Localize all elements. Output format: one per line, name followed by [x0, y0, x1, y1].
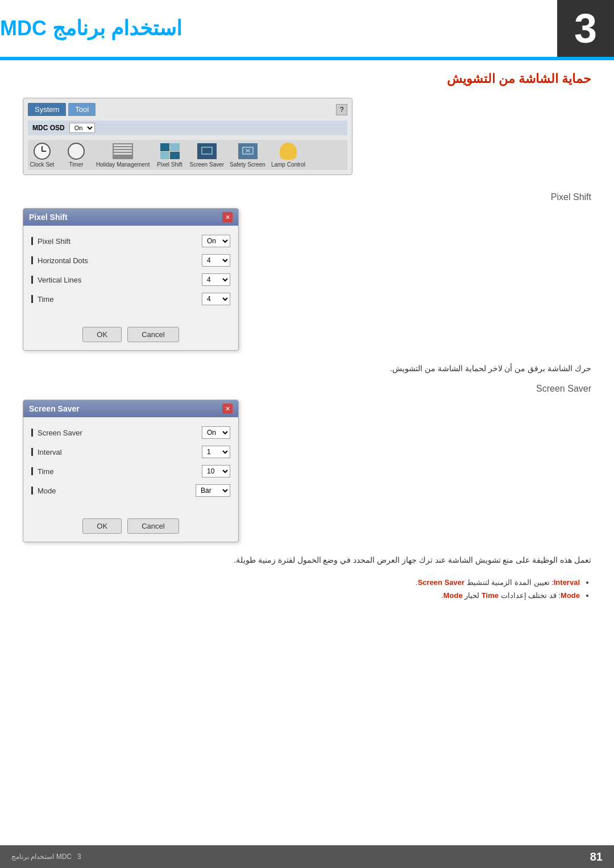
screen-saver-control-3: BarScrollFade	[196, 484, 230, 497]
toolbar-tabs: System Tool ?	[28, 103, 347, 116]
pixel-shift-dialog-wrapper: Pixel Shift ✕ Pixel Shift OnOff	[23, 208, 591, 351]
pixel-shift-ok-button[interactable]: OK	[82, 327, 122, 342]
pixel-shift-row-3: Time 4123	[31, 293, 230, 305]
field-bar-1	[31, 256, 33, 264]
screen-saver-row-2: Time 1051520	[31, 465, 230, 477]
screen-saver-field-label-1: Interval	[31, 448, 62, 456]
screen-saver-field-label-0: Screen Saver	[31, 429, 82, 437]
screen-saver-cancel-button[interactable]: Cancel	[127, 518, 179, 534]
toolbar-icon-safety-screen[interactable]: Safety Screen	[230, 142, 265, 168]
pixel-shift-select-2[interactable]: 4123	[202, 273, 230, 286]
pixel-shift-field-label-3: Time	[31, 295, 53, 304]
ss-field-bar-0	[31, 429, 33, 437]
clock-icon	[34, 143, 51, 160]
timer-icon	[68, 143, 85, 160]
footer-right: 81	[590, 850, 603, 863]
clock-set-label: Clock Set	[30, 161, 55, 168]
pixel-shift-close-button[interactable]: ✕	[222, 212, 233, 222]
screen-saver-field-label-3: Mode	[31, 487, 56, 495]
screen-saver-select-1[interactable]: 123	[202, 446, 230, 458]
toolbar-icon-timer[interactable]: Timer	[62, 142, 90, 168]
toolbar-container: System Tool ? MDC OSD On Off Clock Set	[23, 98, 352, 175]
pixel-shift-select-0[interactable]: OnOff	[202, 235, 230, 247]
page-number: 81	[590, 850, 603, 863]
pixel-shift-control-2: 4123	[202, 273, 230, 286]
pixel-shift-control-3: 4123	[202, 293, 230, 305]
mdc-osd-select[interactable]: On Off	[69, 123, 95, 133]
pixel-shift-field-text-3: Time	[38, 295, 53, 304]
safety-screen-icon	[238, 143, 258, 159]
pixel-shift-label: Pixel Shift	[157, 161, 182, 168]
screen-saver-field-text-1: Interval	[38, 448, 62, 456]
pixel-shift-titlebar: Pixel Shift ✕	[23, 209, 238, 226]
toolbar-icon-holiday[interactable]: Holiday Management	[96, 142, 150, 168]
mdc-osd-label: MDC OSD	[32, 124, 65, 132]
screen-saver-icon	[197, 143, 217, 159]
pixel-shift-control-0: OnOff	[202, 235, 230, 247]
pixel-shift-field-text-2: Vertical Lines	[38, 276, 81, 284]
screen-saver-label: Screen Saver	[190, 161, 225, 168]
screen-saver-field-label-2: Time	[31, 467, 53, 476]
pixel-shift-footer: OK Cancel	[23, 321, 238, 350]
screen-saver-footer: OK Cancel	[23, 513, 238, 542]
tab-tool[interactable]: Tool	[68, 103, 96, 116]
screen-saver-dialog-title: Screen Saver	[29, 404, 80, 413]
screen-saver-dialog-wrapper: Screen Saver ✕ Screen Saver OnOff	[23, 400, 591, 542]
pixel-shift-icon	[160, 143, 180, 159]
clock-set-icon-img	[31, 142, 53, 160]
screen-saver-row-0: Screen Saver OnOff	[31, 426, 230, 439]
lamp-control-label: Lamp Control	[271, 161, 305, 168]
page-header: استخدام برنامج MDC 3	[0, 0, 614, 57]
toolbar-mdc-row: MDC OSD On Off	[28, 121, 347, 135]
svg-rect-0	[202, 147, 212, 154]
field-bar-2	[31, 276, 33, 284]
pixel-shift-select-1[interactable]: 4123	[202, 254, 230, 267]
pixel-shift-dialog: Pixel Shift ✕ Pixel Shift OnOff	[23, 208, 239, 351]
ss-field-bar-1	[31, 448, 33, 456]
pixel-shift-field-label-0: Pixel Shift	[31, 237, 70, 246]
screen-saver-description: تعمل هذه الوظيفة على منع تشويش الشاشة عن…	[23, 554, 591, 566]
toolbar-icons-row: Clock Set Timer Holid	[28, 140, 347, 170]
timer-icon-img	[65, 142, 87, 160]
screen-saver-ok-button[interactable]: OK	[82, 518, 122, 534]
pixel-shift-dialog-title: Pixel Shift	[29, 213, 68, 222]
screen-saver-control-0: OnOff	[202, 426, 230, 439]
ss-field-bar-2	[31, 467, 33, 475]
screen-saver-select-2[interactable]: 1051520	[202, 465, 230, 477]
timer-label: Timer	[69, 161, 83, 168]
pixel-shift-field-label-1: Horizontal Dots	[31, 256, 88, 265]
bullet-item-1: Mode: قد تختلف إعدادات Time لخيار Mode.	[23, 589, 580, 602]
holiday-icon	[113, 143, 133, 159]
toolbar-icon-screen-saver[interactable]: Screen Saver	[190, 142, 225, 168]
screen-saver-select-0[interactable]: OnOff	[202, 426, 230, 439]
screen-saver-dialog-body: Screen Saver OnOff Interval	[23, 417, 238, 513]
screen-saver-control-2: 1051520	[202, 465, 230, 477]
screen-saver-close-button[interactable]: ✕	[222, 404, 233, 414]
holiday-label: Holiday Management	[96, 161, 150, 168]
page-footer: استخدام برنامج MDC 3 81	[0, 845, 614, 868]
mode-bold: Mode	[561, 591, 580, 600]
pixel-shift-control-1: 4123	[202, 254, 230, 267]
ss-field-bar-3	[31, 487, 33, 495]
toolbar-icon-pixel-shift[interactable]: Pixel Shift	[156, 142, 184, 168]
lamp-icon	[280, 143, 297, 160]
screen-saver-titlebar: Screen Saver ✕	[23, 400, 238, 417]
help-button[interactable]: ?	[336, 104, 347, 115]
screen-saver-icon-img	[196, 142, 218, 160]
tab-system[interactable]: System	[28, 103, 66, 116]
screen-saver-select-3[interactable]: BarScrollFade	[196, 484, 230, 497]
screen-saver-row-1: Interval 123	[31, 446, 230, 458]
pixel-shift-select-3[interactable]: 4123	[202, 293, 230, 305]
screen-saver-control-1: 123	[202, 446, 230, 458]
footer-chapter-label: 3	[77, 853, 81, 861]
toolbar-icon-clock-set[interactable]: Clock Set	[28, 142, 56, 168]
pixel-shift-row-2: Vertical Lines 4123	[31, 273, 230, 286]
pixel-shift-row-0: Pixel Shift OnOff	[31, 235, 230, 247]
safety-screen-label: Safety Screen	[230, 161, 265, 168]
bullet-text-0: Interval: تعيين المدة الزمنية لتنشيط Scr…	[416, 578, 580, 587]
screen-saver-row-3: Mode BarScrollFade	[31, 484, 230, 497]
field-bar-0	[31, 237, 33, 245]
pixel-shift-cancel-button[interactable]: Cancel	[127, 327, 179, 342]
toolbar-icon-lamp-control[interactable]: Lamp Control	[271, 142, 305, 168]
screen-saver-field-text-3: Mode	[38, 487, 56, 495]
